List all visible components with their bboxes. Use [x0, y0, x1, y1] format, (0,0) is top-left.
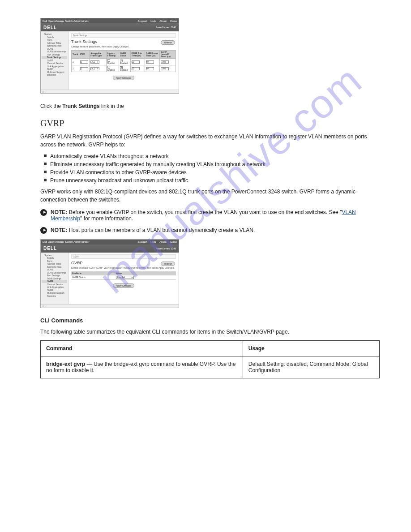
- cli-commands-table: Command Usage bridge-ext gvrp — Use the …: [40, 340, 380, 378]
- aft-select[interactable]: ALL: [90, 67, 99, 70]
- cell-trunk: 1: [72, 59, 79, 65]
- attr-header-name: Attribute: [71, 272, 116, 275]
- screenshot-gvrp: Dell OpenManage Switch Administrator Sup…: [40, 239, 179, 308]
- cell-usage: Default Setting: disabled; Command Mode:…: [243, 356, 379, 378]
- main-panel: Trunk Settings Trunk Settings Refresh Ch…: [68, 31, 179, 90]
- note-icon: [40, 227, 47, 234]
- breadcrumb: Trunk Settings: [71, 33, 176, 38]
- gvrp-status-select[interactable]: Enabled: [116, 276, 134, 279]
- refresh-button[interactable]: Refresh: [161, 40, 175, 45]
- gvrp-bullet-list: Automatically create VLANs throughout a …: [44, 153, 380, 184]
- ingress-checkbox[interactable]: [107, 66, 110, 69]
- note-icon: [40, 209, 47, 216]
- scrollbar[interactable]: [41, 304, 179, 308]
- link-close[interactable]: Close: [170, 240, 177, 243]
- col-gvrp-status: GVRP Status: [119, 51, 130, 59]
- scrollbar[interactable]: [41, 90, 179, 93]
- aft-select[interactable]: ALL: [90, 60, 99, 64]
- gvrp-checkbox[interactable]: [120, 60, 123, 62]
- link-close[interactable]: Close: [170, 20, 177, 22]
- heading-gvrp: GVRP: [40, 118, 380, 129]
- link-support[interactable]: Support: [138, 240, 147, 243]
- cell-trunk: 2: [72, 65, 79, 72]
- leaveall-input[interactable]: 1000: [161, 60, 169, 64]
- app-top-links: Support Help About Close: [135, 240, 177, 243]
- pvid-input[interactable]: 1: [80, 60, 88, 64]
- breadcrumb: GVRP: [71, 254, 176, 259]
- screenshot-trunk-settings: Dell OpenManage Switch Administrator Sup…: [40, 18, 179, 94]
- leaveall-input[interactable]: 1000: [161, 67, 169, 70]
- refresh-button[interactable]: Refresh: [161, 262, 175, 266]
- col-ingress: Ingress Filtering: [106, 51, 119, 59]
- leave-input[interactable]: 60: [146, 67, 154, 70]
- col-leaveall: GARP LeaveAll Timer (cs): [160, 51, 176, 59]
- pvid-input[interactable]: 1: [80, 67, 88, 70]
- col-command: Command: [41, 341, 243, 356]
- sidebar-item-statistics[interactable]: Statistics: [42, 295, 67, 298]
- col-pvid: PVID: [79, 51, 90, 59]
- trunk-table: Trunk PVID Acceptable Frame Type Ingress…: [71, 50, 176, 72]
- product-label: PowerConnect 3248: [156, 247, 176, 250]
- note-label: NOTE:: [51, 227, 67, 233]
- sidebar-item-statistics[interactable]: Statistics: [42, 73, 67, 77]
- app-title: Dell OpenManage Switch Administrator: [43, 240, 89, 243]
- product-label: PowerConnect 3248: [156, 26, 176, 29]
- body-text-1: Click the Trunk Settings link in the: [40, 103, 380, 110]
- page-desc: Change the trunk parameters, then select…: [71, 45, 176, 48]
- list-item: Automatically create VLANs throughout a …: [44, 153, 380, 159]
- list-item: Eliminate unnecessary traffic generated …: [44, 161, 380, 167]
- note-text-post: " for more information.: [80, 215, 133, 222]
- ingress-checkbox[interactable]: [107, 59, 110, 62]
- gvrp-checkbox[interactable]: [120, 66, 123, 69]
- gvrp-para-2: GVRP works only with 802.1Q-compliant de…: [40, 188, 380, 204]
- join-input[interactable]: 20: [132, 60, 140, 64]
- sidebar-nav: System Switch Ports Address Table Spanni…: [41, 253, 68, 304]
- leave-input[interactable]: 60: [146, 60, 154, 64]
- list-item: Provide VLAN connections to other GVRP-a…: [44, 169, 380, 176]
- table-row: 1 1 ALL Enabled Enabled 20 60 1000: [72, 59, 176, 65]
- col-trunk: Trunk: [72, 51, 79, 59]
- table-row: 2 1 ALL Enabled Enabled 20 60 1000: [72, 65, 176, 72]
- apply-changes-button[interactable]: Apply Changes: [113, 76, 134, 80]
- cell-command: bridge-ext gvrp — Use the bridge-ext gvr…: [41, 356, 243, 378]
- attr-header-value: Value: [116, 272, 176, 275]
- link-support[interactable]: Support: [138, 20, 147, 22]
- dell-logo: DELL: [43, 246, 57, 251]
- note-text: Before you enable GVRP on the switch, yo…: [69, 209, 342, 215]
- col-aft: Acceptable Frame Type: [90, 51, 107, 59]
- link-about[interactable]: About: [159, 240, 167, 243]
- main-panel: GVRP GVRP Refresh Enable or disable GVRP…: [68, 253, 179, 304]
- app-top-links: Support Help About Close: [135, 20, 177, 22]
- page-desc: Enable or disable GVRP (GARP VLAN Regist…: [71, 266, 176, 269]
- app-title: Dell OpenManage Switch Administrator: [43, 20, 89, 22]
- note-1: NOTE: Before you enable GVRP on the swit…: [40, 209, 380, 222]
- link-about[interactable]: About: [159, 20, 167, 22]
- gvrp-intro-text: GARP VLAN Registration Protocol (GVRP) d…: [40, 133, 380, 149]
- page-title: GVRP: [71, 261, 176, 265]
- gvrp-status-label: GVRP Status: [71, 276, 116, 279]
- col-join: GARP Join Timer (cs): [130, 51, 145, 59]
- cli-intro-text: The following table summarizes the equiv…: [40, 328, 380, 336]
- sidebar-nav: System Switch Ports Address Table Spanni…: [41, 31, 68, 90]
- note-2: NOTE: Host ports can be members of a VLA…: [40, 227, 380, 234]
- apply-changes-button[interactable]: Apply Changes: [113, 283, 134, 288]
- col-leave: GARP Leave Timer (cs): [145, 51, 159, 59]
- link-help[interactable]: Help: [150, 240, 156, 243]
- document-page: Dell OpenManage Switch Administrator Sup…: [0, 0, 411, 405]
- join-input[interactable]: 20: [132, 67, 140, 70]
- dell-logo: DELL: [43, 25, 57, 30]
- page-title: Trunk Settings: [71, 39, 176, 44]
- subhead-cli-commands: CLI Commands: [40, 317, 380, 324]
- note-text: Host ports can be members of a VLAN but …: [69, 227, 255, 233]
- link-help[interactable]: Help: [150, 20, 156, 22]
- note-label: NOTE:: [51, 209, 67, 215]
- col-usage: Usage: [243, 341, 379, 356]
- table-row: bridge-ext gvrp — Use the bridge-ext gvr…: [41, 356, 380, 378]
- list-item: Prune unnecessary broadcast and unknown …: [44, 177, 380, 184]
